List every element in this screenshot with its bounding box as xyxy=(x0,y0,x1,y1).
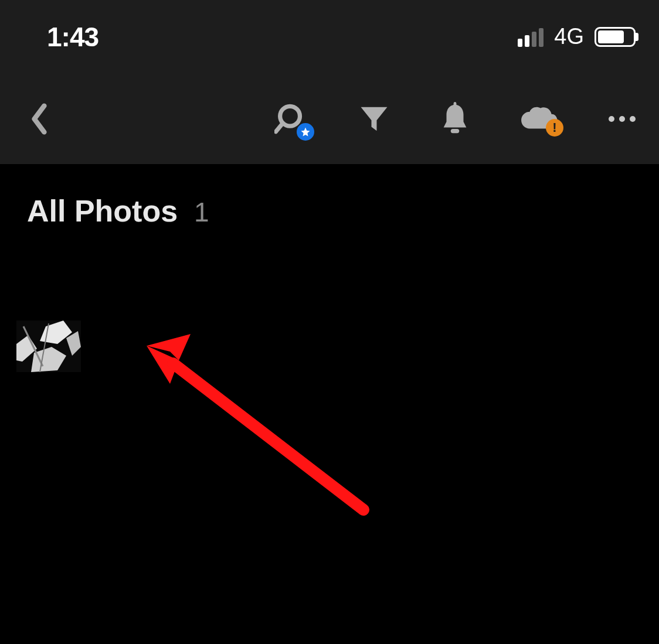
photo-grid xyxy=(0,229,659,432)
svg-rect-3 xyxy=(454,102,457,106)
warning-badge-icon: ! xyxy=(546,119,563,137)
more-button[interactable] xyxy=(609,116,636,122)
ellipsis-icon xyxy=(609,116,636,122)
toolbar-actions: ! xyxy=(274,102,636,136)
status-time: 1:43 xyxy=(47,21,98,53)
status-right: 4G xyxy=(518,24,636,49)
star-badge-icon xyxy=(297,123,314,141)
status-bar: 1:43 4G xyxy=(0,0,659,73)
funnel-icon xyxy=(358,103,390,135)
cloud-sync-button[interactable]: ! xyxy=(520,105,559,133)
network-label: 4G xyxy=(554,24,584,49)
bell-icon xyxy=(440,102,470,136)
section-title: All Photos xyxy=(27,193,178,229)
photo-thumbnail[interactable] xyxy=(0,261,97,432)
chevron-left-icon xyxy=(29,103,49,135)
search-button[interactable] xyxy=(274,102,308,136)
signal-icon xyxy=(518,27,543,47)
toolbar: ! xyxy=(0,73,659,164)
battery-icon xyxy=(595,27,636,47)
svg-rect-2 xyxy=(451,128,460,132)
back-button[interactable] xyxy=(29,103,49,135)
filter-button[interactable] xyxy=(358,103,390,135)
svg-line-1 xyxy=(276,124,282,131)
notifications-button[interactable] xyxy=(440,102,470,136)
section-count: 1 xyxy=(194,196,209,228)
photo-image xyxy=(16,321,81,372)
section-header: All Photos 1 xyxy=(0,164,659,229)
